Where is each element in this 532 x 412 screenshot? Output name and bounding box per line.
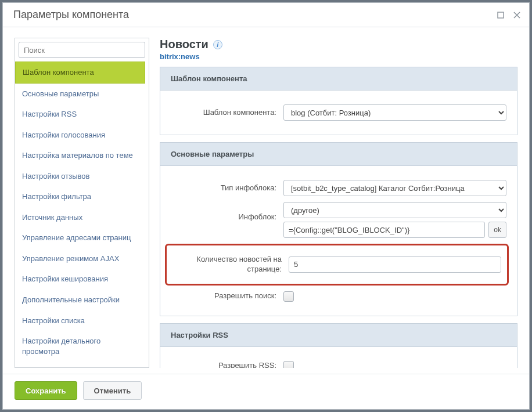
main-header: Новости i bitrix:news — [160, 38, 521, 67]
checkbox-allow-search[interactable] — [283, 291, 294, 302]
nav-item-template[interactable]: Шаблон компонента — [15, 62, 145, 84]
field-allow-rss — [283, 361, 506, 368]
nav-item-materials[interactable]: Настройка материалов по теме — [15, 145, 145, 166]
svg-rect-0 — [498, 12, 504, 18]
iblock-input-row: ok — [283, 222, 506, 238]
highlight-box: Количество новостей на странице: — [165, 244, 509, 285]
input-iblock[interactable] — [283, 222, 485, 238]
label-iblock: Инфоблок: — [167, 202, 278, 222]
nav-item-additional[interactable]: Дополнительные настройки — [15, 290, 145, 310]
page-title-row: Новости i — [160, 38, 521, 51]
nav-item-detail[interactable]: Настройки детального просмотра — [15, 331, 145, 362]
field-iblock: (другое) ok — [283, 202, 506, 238]
nav-item-cache[interactable]: Настройки кеширования — [15, 269, 145, 290]
dialog-body: Шаблон компонента Основные параметры Нас… — [3, 27, 529, 374]
nav-item-datasource[interactable]: Источник данных — [15, 207, 145, 228]
section-template-heading: Шаблон компонента — [160, 67, 517, 91]
label-allow-search: Разрешить поиск: — [167, 291, 278, 301]
field-iblock-type: [sotbit_b2c_type_catalog] Каталог Сотбит… — [283, 180, 506, 196]
section-rss: Настройки RSS Разрешить RSS: — [160, 323, 517, 368]
search-wrap — [15, 38, 149, 62]
save-button[interactable]: Сохранить — [15, 381, 77, 400]
nav-item-list[interactable]: Настройки списка — [15, 310, 145, 331]
section-basic: Основные параметры Тип инфоблока: [sotbi… — [160, 142, 517, 316]
nav-scroll[interactable]: Шаблон компонента Основные параметры Нас… — [15, 62, 149, 367]
maximize-icon[interactable] — [497, 11, 505, 19]
section-rss-body: Разрешить RSS: — [160, 347, 517, 368]
label-count: Количество новостей на странице: — [172, 255, 283, 274]
select-iblock-type[interactable]: [sotbit_b2c_type_catalog] Каталог Сотбит… — [283, 180, 506, 196]
nav-item-urls[interactable]: Управление адресами страниц — [15, 227, 145, 248]
nav-item-ajax[interactable]: Управление режимом AJAX — [15, 248, 145, 269]
titlebar: Параметры компонента — [3, 3, 529, 27]
checkbox-allow-rss[interactable] — [283, 361, 294, 368]
section-rss-heading: Настройки RSS — [160, 323, 517, 347]
field-allow-search — [283, 291, 506, 302]
dialog-title: Параметры компонента — [13, 9, 129, 21]
row-iblock-type: Тип инфоблока: [sotbit_b2c_type_catalog]… — [167, 180, 506, 196]
select-iblock[interactable]: (другое) — [283, 202, 506, 218]
content: Шаблон компонента Шаблон компонента: blo… — [160, 67, 521, 368]
label-template: Шаблон компонента: — [167, 108, 278, 118]
search-input[interactable] — [19, 42, 145, 58]
content-scroll[interactable]: Шаблон компонента Шаблон компонента: blo… — [160, 67, 521, 368]
field-count — [289, 256, 501, 273]
input-count[interactable] — [289, 256, 501, 273]
section-basic-heading: Основные параметры — [160, 142, 517, 166]
row-iblock: Инфоблок: (другое) ok — [167, 202, 506, 238]
section-template: Шаблон компонента Шаблон компонента: blo… — [160, 67, 517, 135]
nav-item-reviews[interactable]: Настройки отзывов — [15, 166, 145, 187]
field-template: blog (Сотбит: Розница) — [283, 104, 506, 121]
section-basic-body: Тип инфоблока: [sotbit_b2c_type_catalog]… — [160, 166, 517, 316]
titlebar-icons — [497, 11, 521, 19]
component-code: bitrix:news — [160, 52, 521, 61]
sidebar: Шаблон компонента Основные параметры Нас… — [15, 38, 149, 368]
ok-button[interactable]: ok — [488, 222, 506, 238]
row-allow-rss: Разрешить RSS: — [167, 361, 506, 368]
section-template-body: Шаблон компонента: blog (Сотбит: Розница… — [160, 91, 517, 135]
nav-item-rss[interactable]: Настройки RSS — [15, 104, 145, 125]
close-icon[interactable] — [513, 11, 521, 19]
dialog: Параметры компонента Шаблон компонента О… — [2, 2, 530, 410]
footer: Сохранить Отменить — [3, 374, 529, 409]
nav-wrap: Шаблон компонента Основные параметры Нас… — [15, 62, 149, 367]
nav-item-voting[interactable]: Настройки голосования — [15, 125, 145, 146]
row-allow-search: Разрешить поиск: — [167, 291, 506, 302]
label-iblock-type: Тип инфоблока: — [167, 183, 278, 193]
row-template: Шаблон компонента: blog (Сотбит: Розница… — [167, 104, 506, 121]
nav-item-basic[interactable]: Основные параметры — [15, 84, 145, 104]
nav-item-filter[interactable]: Настройки фильтра — [15, 186, 145, 207]
main: Новости i bitrix:news Шаблон компонента … — [160, 38, 521, 368]
label-allow-rss: Разрешить RSS: — [167, 361, 278, 368]
select-template[interactable]: blog (Сотбит: Розница) — [283, 104, 506, 121]
row-count: Количество новостей на странице: — [172, 255, 501, 274]
info-icon[interactable]: i — [213, 40, 222, 49]
cancel-button[interactable]: Отменить — [83, 381, 142, 400]
page-title: Новости — [160, 38, 209, 51]
